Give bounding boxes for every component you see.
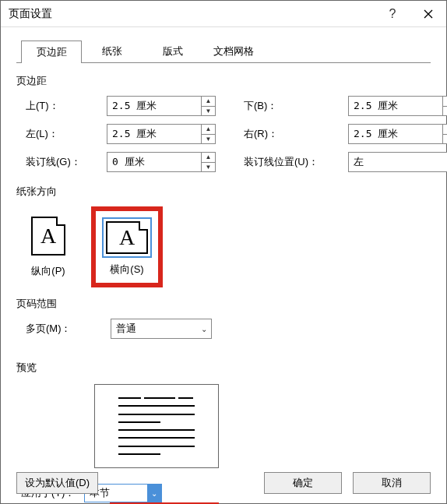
section-preview-label: 预览: [16, 361, 431, 375]
tab-margins[interactable]: 页边距: [21, 41, 82, 63]
margin-top-label: 上(T)：: [21, 99, 107, 113]
cancel-button[interactable]: 取消: [353, 472, 431, 494]
titlebar: 页面设置 ?: [1, 1, 446, 27]
section-margins-label: 页边距: [16, 74, 431, 88]
landscape-icon: A: [106, 221, 148, 254]
chevron-down-icon[interactable]: ▼: [443, 135, 447, 144]
chevron-down-icon[interactable]: ▼: [202, 107, 215, 116]
set-default-button[interactable]: 设为默认值(D): [16, 472, 98, 494]
gutter-input[interactable]: 0 厘米 ▲ ▼: [107, 152, 216, 172]
portrait-label: 纵向(P): [27, 264, 69, 278]
spinner-arrows: ▲ ▼: [201, 97, 215, 115]
margin-top-value: 2.5 厘米: [107, 97, 201, 115]
margin-bottom-value: 2.5 厘米: [349, 97, 442, 115]
chevron-down-icon[interactable]: ▼: [202, 163, 215, 172]
close-icon: [424, 9, 433, 19]
margin-right-label: 右(R)：: [239, 127, 348, 141]
chevron-down-icon[interactable]: ▼: [443, 107, 447, 116]
tab-docgrid[interactable]: 文档网格: [203, 40, 264, 62]
preview-thumbnail: [94, 384, 219, 468]
orientation-portrait[interactable]: A 纵向(P): [21, 206, 76, 284]
chevron-up-icon[interactable]: ▲: [443, 97, 447, 107]
margin-bottom-input[interactable]: 2.5 厘米 ▲ ▼: [348, 96, 447, 116]
gutter-label: 装订线(G)：: [21, 155, 107, 169]
gutter-value: 0 厘米: [107, 153, 201, 171]
margin-left-input[interactable]: 2.5 厘米 ▲ ▼: [107, 124, 216, 144]
margin-left-value: 2.5 厘米: [107, 125, 201, 143]
page-setup-dialog: 页面设置 ? 页边距 纸张 版式 文档网格 页边距 上(T)： 2.5 厘米 ▲…: [0, 0, 447, 504]
chevron-up-icon[interactable]: ▲: [443, 125, 447, 135]
dialog-title: 页面设置: [9, 7, 375, 21]
section-pagerange-label: 页码范围: [16, 297, 431, 311]
landscape-label: 横向(S): [102, 263, 152, 277]
portrait-icon: A: [31, 217, 65, 256]
chevron-down-icon: ⌄: [197, 325, 211, 333]
section-orientation-label: 纸张方向: [16, 185, 431, 199]
margin-right-input[interactable]: 2.5 厘米 ▲ ▼: [348, 124, 447, 144]
multipage-label: 多页(M)：: [21, 322, 72, 336]
tab-layout[interactable]: 版式: [143, 40, 203, 62]
tab-paper[interactable]: 纸张: [82, 40, 143, 62]
margin-top-input[interactable]: 2.5 厘米 ▲ ▼: [107, 96, 216, 116]
margin-right-value: 2.5 厘米: [349, 125, 442, 143]
multipage-combo[interactable]: 普通 ⌄: [111, 319, 212, 339]
gutter-pos-label: 装订线位置(U)：: [239, 155, 348, 169]
chevron-down-icon[interactable]: ▼: [202, 135, 215, 144]
tab-bar: 页边距 纸张 版式 文档网格: [16, 40, 431, 63]
multipage-value: 普通: [111, 322, 197, 336]
chevron-down-icon: ⌄: [442, 158, 447, 167]
chevron-up-icon[interactable]: ▲: [202, 125, 215, 135]
gutter-pos-value: 左: [349, 155, 442, 169]
chevron-up-icon[interactable]: ▲: [202, 97, 215, 107]
ok-button[interactable]: 确定: [264, 472, 342, 494]
gutter-pos-combo[interactable]: 左 ⌄: [348, 152, 447, 172]
close-button[interactable]: [410, 1, 446, 27]
margin-left-label: 左(L)：: [21, 127, 107, 141]
chevron-up-icon[interactable]: ▲: [202, 153, 215, 163]
margin-bottom-label: 下(B)：: [239, 99, 348, 113]
orientation-landscape[interactable]: A 横向(S): [91, 206, 163, 287]
help-button[interactable]: ?: [375, 1, 410, 27]
